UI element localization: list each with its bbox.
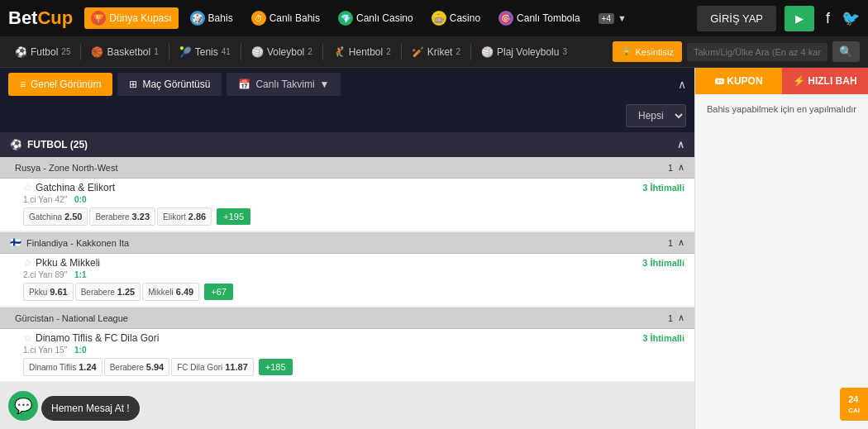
match-dinamo: ☆ Dinamo Tiflis & FC Dila Gori 3 İhtimal… [0, 329, 694, 383]
chat-bubble[interactable]: 💬 [8, 391, 38, 421]
subnav-hentbol[interactable]: 🤾 Hentbol 2 [327, 43, 398, 61]
home-odd-dinamo[interactable]: Dinamo Tiflis 1.24 [23, 358, 103, 376]
twitter-icon[interactable]: 🐦 [842, 9, 860, 27]
nav-plus[interactable]: +4 ▼ [592, 10, 633, 27]
chat-label[interactable]: Hemen Mesaj At ! [41, 396, 140, 421]
canli-takvimi-button[interactable]: 📅 Canlı Takvimi ▼ [227, 73, 341, 96]
hepsi-row: Hepsi [0, 101, 694, 132]
match-top: ☆ Pkku & Mikkeli 3 İhtimalli [0, 254, 694, 270]
subnav-futbol[interactable]: ⚽ Futbol 25 [8, 43, 77, 61]
subnav-plaj[interactable]: 🏐 Plaj Voleybolu 3 [475, 43, 574, 61]
match-pkku: ☆ Pkku & Mikkeli 3 İhtimalli 2.ci Yarı 8… [0, 254, 694, 307]
search-button[interactable]: 🔍 [832, 41, 860, 62]
casino-icon: 🎰 [432, 11, 446, 26]
kesintisiz-button[interactable]: 🔒 Kesintisiz [613, 41, 682, 62]
match-odds: Gatchina 2.50 Berabere 3.23 Elikort 2.86… [0, 206, 694, 231]
collapse-icon[interactable]: ∧ [678, 78, 686, 91]
login-button[interactable]: GİRİŞ YAP [697, 6, 776, 31]
main: ≡ Genel Görünüm ⊞ Maç Görüntüsü 📅 Canlı … [0, 68, 868, 429]
futbol-section-icon: ⚽ [10, 139, 22, 150]
more-dinamo[interactable]: +185 [259, 359, 293, 375]
section-controls: ∧ [677, 139, 684, 150]
calendar-icon: 📅 [238, 79, 250, 90]
futbol-section-header[interactable]: ⚽ FUTBOL (25) ∧ [0, 132, 694, 157]
league-chevron[interactable]: ∧ [678, 312, 684, 323]
search-input[interactable] [687, 43, 827, 61]
favorite-icon[interactable]: ☆ [23, 182, 32, 193]
match-top: ☆ Gatchina & Elikort 3 İhtimalli [0, 179, 694, 195]
kupon-header: 🎟 KUPON ⚡ HIZLI BAH [695, 68, 868, 94]
match-meta: 1.ci Yarı 15" 1:0 [0, 346, 694, 356]
home-odd-pkku[interactable]: Pkku 9.61 [23, 283, 74, 301]
mac-goruntusu-button[interactable]: ⊞ Maç Görüntüsü [117, 73, 222, 96]
subnav-basketbol[interactable]: 🏀 Basketbol 1 [84, 43, 165, 61]
odds-wrapper: Gatchina 2.50 Berabere 3.23 Elikort 2.86… [23, 207, 250, 226]
favorite-icon[interactable]: ☆ [23, 332, 32, 344]
divider [80, 44, 81, 60]
away-odd-gatchina[interactable]: Elikort 2.86 [157, 207, 212, 226]
facebook-icon[interactable]: f [826, 10, 830, 27]
futbol-icon: ⚽ [15, 46, 27, 58]
match-odds: Pkku 9.61 Berabere 1.25 Mikkeli 6.49 +67 [0, 281, 694, 306]
bahis-icon: 🎲 [190, 11, 205, 26]
canli-tombola-icon: 🎯 [498, 11, 513, 26]
nav-canli-casino[interactable]: 💎 Canlı Casino [331, 7, 420, 29]
league-rusya[interactable]: Rusya - Zone North-West 1 ∧ [0, 157, 694, 179]
voleybol-icon: 🏐 [251, 46, 264, 58]
hepsi-select[interactable]: Hepsi [626, 104, 686, 127]
badge-24[interactable]: 24 CAI [840, 388, 868, 421]
more-gatchina[interactable]: +195 [217, 208, 250, 225]
register-button[interactable]: ▶ [785, 6, 814, 31]
kupon-tab[interactable]: 🎟 KUPON [695, 68, 782, 94]
more-pkku[interactable]: +67 [204, 284, 233, 300]
content-area: ≡ Genel Görünüm ⊞ Maç Görüntüsü 📅 Canlı … [0, 68, 694, 429]
chevron-down-icon: ▼ [320, 79, 330, 90]
genel-gorunum-button[interactable]: ≡ Genel Görünüm [8, 73, 112, 96]
draw-odd-pkku[interactable]: Berabere 1.25 [75, 283, 141, 301]
kupon-body: Bahis yapabilmek için en yapılmalıdır [695, 94, 868, 126]
finlandiya-flag: 🇫🇮 [10, 237, 21, 248]
draw-odd-gatchina[interactable]: Berabere 3.23 [89, 207, 155, 226]
nav-bahis[interactable]: 🎲 Bahis [184, 7, 240, 29]
canli-casino-icon: 💎 [338, 11, 353, 26]
subnav-tenis[interactable]: 🎾 Tenis 41 [173, 43, 237, 61]
table-icon: ⊞ [129, 79, 137, 90]
divider [241, 44, 241, 60]
league-chevron[interactable]: ∧ [678, 237, 684, 248]
odds-wrapper: Pkku 9.61 Berabere 1.25 Mikkeli 6.49 +67 [23, 283, 233, 301]
collapse-section-icon[interactable]: ∧ [677, 139, 684, 150]
match-gatchina: ☆ Gatchina & Elikort 3 İhtimalli 1.ci Ya… [0, 179, 694, 232]
divider [322, 44, 323, 60]
away-odd-dinamo[interactable]: FC Dila Gori 11.87 [171, 358, 254, 376]
toolbar: ≡ Genel Görünüm ⊞ Maç Görüntüsü 📅 Canlı … [0, 68, 694, 101]
sub-nav: ⚽ Futbol 25 🏀 Basketbol 1 🎾 Tenis 41 🏐 V… [0, 36, 868, 68]
league-chevron[interactable]: ∧ [678, 162, 684, 173]
league-gurcistan[interactable]: Gürcistan - National League 1 ∧ [0, 307, 694, 329]
favorite-icon[interactable]: ☆ [23, 257, 32, 269]
draw-odd-dinamo[interactable]: Berabere 5.94 [104, 358, 170, 376]
lock-icon: 🔒 [621, 46, 632, 57]
divider [470, 44, 471, 60]
nav-canli-bahis[interactable]: ⏱ Canlı Bahis [245, 7, 327, 29]
subnav-kriket[interactable]: 🏏 Kriket 2 [405, 43, 467, 61]
odds-wrapper: Dinamo Tiflis 1.24 Berabere 5.94 FC Dila… [23, 358, 293, 376]
league-finlandiya[interactable]: 🇫🇮 Finlandiya - Kakkonen Ita 1 ∧ [0, 232, 694, 254]
plus-chevron: ▼ [618, 13, 627, 23]
match-top: ☆ Dinamo Tiflis & FC Dila Gori 3 İhtimal… [0, 329, 694, 346]
subnav-voleybol[interactable]: 🏐 Voleybol 2 [245, 43, 319, 61]
sidebar: 🎟 KUPON ⚡ HIZLI BAH Bahis yapabilmek içi… [694, 68, 868, 429]
nav-dunya-kupasi[interactable]: 🏆 Dünya Kupası [84, 7, 178, 29]
nav-casino[interactable]: 🎰 Casino [425, 7, 487, 29]
hizli-tab[interactable]: ⚡ HIZLI BAH [782, 68, 869, 94]
nav-canli-tombola[interactable]: 🎯 Canlı Tombola [492, 7, 587, 29]
away-odd-pkku[interactable]: Mikkeli 6.49 [142, 283, 199, 301]
list-icon: ≡ [20, 79, 26, 90]
kriket-icon: 🏏 [412, 46, 424, 58]
match-meta: 2.ci Yarı 89" 1:1 [0, 270, 694, 281]
canli-bahis-icon: ⏱ [251, 11, 266, 26]
match-meta: 1.ci Yarı 42" 0:0 [0, 195, 694, 206]
header: BetCup 🏆 Dünya Kupası 🎲 Bahis ⏱ Canlı Ba… [0, 0, 868, 36]
divider [401, 44, 402, 60]
logo[interactable]: BetCup [8, 7, 73, 29]
home-odd-gatchina[interactable]: Gatchina 2.50 [23, 207, 88, 226]
